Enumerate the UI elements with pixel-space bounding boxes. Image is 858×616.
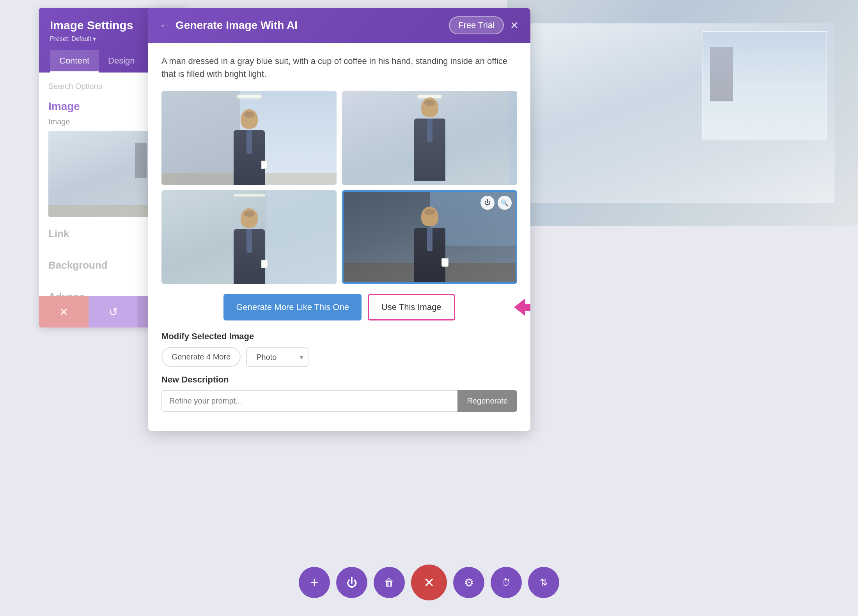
tab-design[interactable]: Design xyxy=(99,50,144,73)
img1-head xyxy=(241,109,258,129)
float-delete-button[interactable]: 🗑 xyxy=(374,567,405,598)
dialog-title: Generate Image With AI xyxy=(176,19,298,32)
image-1-bg xyxy=(161,91,337,185)
back-icon[interactable]: ← xyxy=(160,19,170,32)
img3-suit xyxy=(234,229,265,284)
img4-person xyxy=(414,207,445,282)
new-description-section: New Description Regenerate xyxy=(161,375,517,412)
prompt-text: A man dressed in a gray blue suit, with … xyxy=(161,55,517,80)
img1-cup xyxy=(261,161,268,169)
img2-suit xyxy=(414,119,445,181)
grid-image-1[interactable] xyxy=(161,91,337,185)
float-settings-button[interactable]: ⚙ xyxy=(453,567,484,598)
img3-light xyxy=(234,194,265,196)
delete-button[interactable]: ✕ xyxy=(39,296,89,327)
modify-title: Modify Selected Image xyxy=(161,331,517,342)
image-3-bg xyxy=(161,190,337,284)
prompt-refine-input[interactable] xyxy=(161,390,457,412)
img4-cup xyxy=(441,258,448,267)
img3-cup xyxy=(261,260,268,268)
power-overlay-icon[interactable]: ⏻ xyxy=(480,196,495,210)
float-close-button[interactable]: ✕ xyxy=(411,565,447,600)
generate4-button[interactable]: Generate 4 More xyxy=(161,347,241,367)
style-select[interactable]: Photo Illustration Digital Art Painting xyxy=(246,347,308,367)
img2-head xyxy=(421,97,438,117)
new-desc-title: New Description xyxy=(161,375,517,385)
use-image-button[interactable]: Use This Image xyxy=(368,294,455,320)
grid-image-3[interactable] xyxy=(161,190,337,284)
dialog-title-area: ← Generate Image With AI xyxy=(160,19,298,32)
float-power-button[interactable]: ⏻ xyxy=(336,567,367,598)
modify-controls: Generate 4 More Photo Illustration Digit… xyxy=(161,347,517,367)
style-select-wrapper: Photo Illustration Digital Art Painting … xyxy=(246,347,308,367)
undo-button[interactable]: ↺ xyxy=(89,296,138,327)
panel-title: Image Settings xyxy=(50,19,133,32)
image-2-bg xyxy=(342,91,517,185)
background-office xyxy=(507,0,858,226)
image-grid: ⏻ 🔍 xyxy=(161,91,517,284)
ai-generate-dialog: ← Generate Image With AI Free Trial ✕ A … xyxy=(148,8,530,431)
arrow-indicator xyxy=(514,299,530,316)
img1-wall xyxy=(161,91,240,185)
regenerate-button[interactable]: Regenerate xyxy=(457,390,517,412)
img3-head xyxy=(241,208,258,228)
zoom-overlay-icon[interactable]: 🔍 xyxy=(498,196,512,210)
close-dialog-button[interactable]: ✕ xyxy=(510,19,519,32)
img2-person xyxy=(414,97,445,181)
tab-content[interactable]: Content xyxy=(50,50,99,73)
img1-light xyxy=(238,95,261,98)
arrow-head xyxy=(514,299,525,316)
float-timer-button[interactable]: ⏱ xyxy=(491,567,522,598)
generate-more-button[interactable]: Generate More Like This One xyxy=(223,294,361,320)
desc-input-row: Regenerate xyxy=(161,390,517,412)
img3-window xyxy=(266,190,337,284)
img2-wall-r xyxy=(509,91,517,185)
grid-image-2[interactable] xyxy=(342,91,517,185)
img4-suit xyxy=(414,228,445,282)
grid-image-4[interactable]: ⏻ 🔍 xyxy=(342,190,517,284)
image-4-bg: ⏻ 🔍 xyxy=(344,192,516,282)
free-trial-badge[interactable]: Free Trial xyxy=(449,16,504,34)
modify-section: Modify Selected Image Generate 4 More Ph… xyxy=(161,331,517,367)
dialog-header-right: Free Trial ✕ xyxy=(449,16,519,34)
float-add-button[interactable]: + xyxy=(299,567,330,598)
background-figure xyxy=(710,47,733,101)
img3-person xyxy=(234,208,265,284)
img1-person xyxy=(234,109,265,185)
img1-suit xyxy=(234,130,265,185)
action-buttons-row: Generate More Like This One Use This Ima… xyxy=(161,294,517,320)
dialog-body: A man dressed in a gray blue suit, with … xyxy=(148,43,530,431)
img4-head xyxy=(421,207,438,226)
arrow-shaft xyxy=(525,304,530,311)
floating-toolbar: + ⏻ 🗑 ✕ ⚙ ⏱ ⇅ xyxy=(299,565,559,600)
selected-overlay: ⏻ 🔍 xyxy=(480,196,512,210)
float-adjust-button[interactable]: ⇅ xyxy=(528,567,559,598)
preview-figure xyxy=(135,143,147,178)
dialog-header: ← Generate Image With AI Free Trial ✕ xyxy=(148,8,530,43)
